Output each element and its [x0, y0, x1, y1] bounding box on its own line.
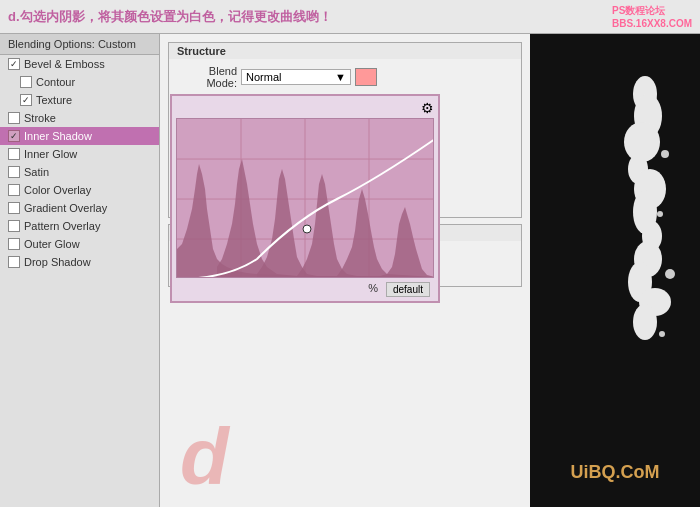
- checkbox-color-overlay[interactable]: [8, 184, 20, 196]
- checkbox-stroke[interactable]: [8, 112, 20, 124]
- default-button[interactable]: default: [386, 282, 430, 297]
- checkbox-texture[interactable]: [20, 94, 32, 106]
- svg-point-20: [657, 211, 663, 217]
- layer-inner-glow[interactable]: Inner Glow: [0, 145, 159, 163]
- ps-watermark: PS数程论坛: [612, 4, 692, 18]
- blend-mode-row: Blend Mode: Normal ▼: [177, 65, 513, 89]
- blend-mode-value: Normal: [246, 71, 281, 83]
- layer-inner-shadow[interactable]: Inner Shadow: [0, 127, 159, 145]
- curve-popup-header: ⚙: [176, 100, 434, 116]
- layer-stroke[interactable]: Stroke: [0, 109, 159, 127]
- layer-satin[interactable]: Satin: [0, 163, 159, 181]
- svg-point-18: [633, 304, 657, 340]
- left-panel: Blending Options: Custom Bevel & Emboss …: [0, 34, 160, 507]
- layer-gradient-overlay[interactable]: Gradient Overlay: [0, 199, 159, 217]
- layer-color-overlay[interactable]: Color Overlay: [0, 181, 159, 199]
- checkbox-satin[interactable]: [8, 166, 20, 178]
- svg-rect-7: [530, 34, 700, 507]
- checkbox-outer-glow[interactable]: [8, 238, 20, 250]
- bbs-watermark: BBS.16XX8.COM: [612, 18, 692, 29]
- blend-mode-label: Blend Mode:: [177, 65, 237, 89]
- layer-outer-glow[interactable]: Outer Glow: [0, 235, 159, 253]
- checkbox-inner-glow[interactable]: [8, 148, 20, 160]
- banner-text: d.勾选内阴影，将其颜色设置为白色，记得更改曲线哟！: [8, 8, 332, 26]
- checkbox-contour[interactable]: [20, 76, 32, 88]
- checkbox-gradient-overlay[interactable]: [8, 202, 20, 214]
- checkbox-inner-shadow[interactable]: [8, 130, 20, 142]
- photo-svg: [530, 34, 700, 507]
- checkbox-bevel[interactable]: [8, 58, 20, 70]
- uibq-watermark: UiBQ.CoM: [571, 462, 660, 483]
- layer-texture[interactable]: Texture: [0, 91, 159, 109]
- svg-point-21: [665, 269, 675, 279]
- layer-contour[interactable]: Contour: [0, 73, 159, 91]
- svg-point-22: [659, 331, 665, 337]
- popup-bottom: % default: [176, 282, 434, 297]
- percent-symbol: %: [368, 282, 378, 297]
- layer-pattern-overlay[interactable]: Pattern Overlay: [0, 217, 159, 235]
- photo-panel: UiBQ.CoM: [530, 34, 700, 507]
- checkbox-pattern-overlay[interactable]: [8, 220, 20, 232]
- banner-right: PS数程论坛 BBS.16XX8.COM: [612, 4, 692, 29]
- curve-canvas[interactable]: [176, 118, 434, 278]
- checkbox-drop-shadow[interactable]: [8, 256, 20, 268]
- left-panel-title: Blending Options: Custom: [0, 34, 159, 55]
- color-swatch[interactable]: [355, 68, 377, 86]
- curve-svg: [177, 119, 434, 278]
- main-layout: Blending Options: Custom Bevel & Emboss …: [0, 34, 700, 507]
- svg-point-6: [303, 225, 311, 233]
- top-banner: d.勾选内阴影，将其颜色设置为白色，记得更改曲线哟！ PS数程论坛 BBS.16…: [0, 0, 700, 34]
- blend-mode-select[interactable]: Normal ▼: [241, 69, 351, 85]
- layer-bevel-emboss[interactable]: Bevel & Emboss: [0, 55, 159, 73]
- curve-popup: ⚙: [170, 94, 440, 303]
- letter-d: d: [180, 411, 229, 503]
- layer-drop-shadow[interactable]: Drop Shadow: [0, 253, 159, 271]
- structure-title: Structure: [169, 43, 521, 59]
- popup-buttons: % default: [368, 282, 430, 297]
- svg-point-19: [661, 150, 669, 158]
- dropdown-arrow-icon: ▼: [335, 71, 346, 83]
- right-panel: Structure Blend Mode: Normal ▼ Opacity:: [160, 34, 530, 507]
- gear-icon[interactable]: ⚙: [421, 100, 434, 116]
